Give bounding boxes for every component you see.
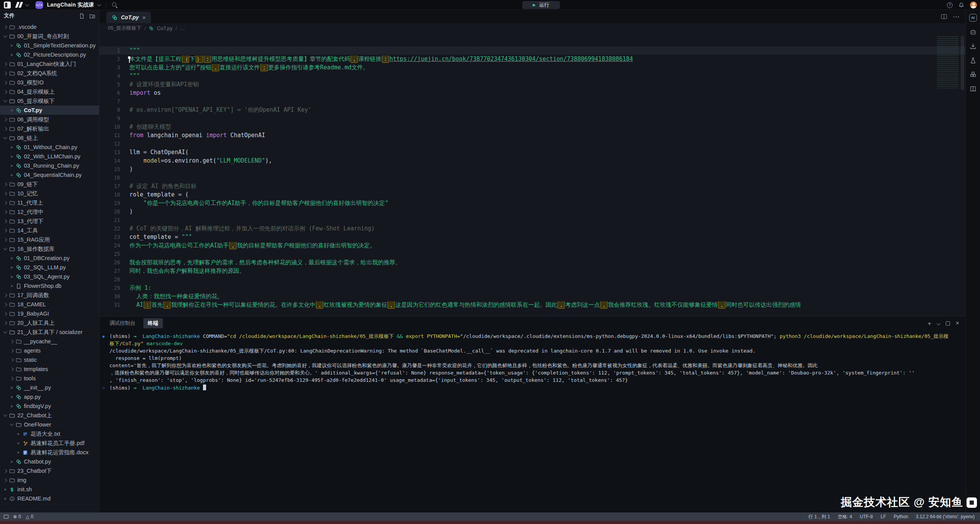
tree-item[interactable]: 03_Running_Chain.py — [0, 161, 99, 170]
breadcrumb-file[interactable]: CoT.py — [157, 25, 172, 31]
project-badge-icon[interactable]: </> — [35, 1, 43, 9]
tab-terminal[interactable]: 终端 — [143, 318, 163, 328]
tree-item[interactable]: Chatbot.py — [0, 457, 99, 466]
tree-item[interactable]: 易速鲜花员工手册.pdf — [0, 438, 99, 448]
new-terminal-icon[interactable]: + — [928, 320, 931, 327]
remote-icon[interactable] — [4, 515, 8, 519]
close-panel-icon[interactable]: × — [956, 320, 959, 326]
tree-item[interactable]: templates — [0, 364, 99, 374]
status-item[interactable]: Python — [894, 514, 908, 519]
notifications-icon[interactable] — [958, 2, 964, 8]
tree-item[interactable]: findbigV.py — [0, 401, 99, 411]
tree-item[interactable]: 02_文档QA系统 — [0, 69, 99, 78]
ai-assistant-icon[interactable]: AI — [969, 14, 977, 22]
avatar[interactable] — [970, 2, 977, 8]
robot-icon[interactable] — [969, 28, 977, 36]
tree-item[interactable]: 易速鲜花运营指南.docx — [0, 448, 99, 457]
tree-item[interactable]: 05_提示模板下 — [0, 96, 99, 106]
tree-item[interactable]: 11_代理上 — [0, 198, 99, 207]
more-actions-icon[interactable]: ··· — [953, 13, 960, 20]
breadcrumb-folder[interactable]: 05_提示模板下 — [108, 25, 141, 32]
tree-item[interactable]: CoT.py — [0, 106, 99, 115]
tree-item[interactable]: app.py — [0, 392, 99, 401]
tree-item[interactable]: __pycache__ — [0, 337, 99, 346]
tree-item[interactable]: OneFlower — [0, 420, 99, 429]
tree-item[interactable]: __init__.py — [0, 383, 99, 392]
status-item[interactable]: UTF-8 — [860, 514, 873, 519]
tree-item[interactable]: FlowerShop.db — [0, 281, 99, 291]
docs-icon[interactable] — [969, 85, 977, 93]
project-title[interactable]: LangChain 实战课 — [47, 2, 94, 8]
code-editor[interactable]: 1"""2本文件是【提示工程（下）：用思维链和思维树提升模型思考质量】章节的配套… — [99, 33, 965, 316]
close-icon[interactable]: × — [142, 15, 146, 20]
status-item[interactable]: LF — [881, 514, 886, 519]
tree-item[interactable]: 18_CAMEL — [0, 300, 99, 309]
tab-cot-py[interactable]: CoT.py × — [106, 12, 151, 23]
tree-item[interactable]: 花语大全.txt — [0, 429, 99, 438]
extensions-icon[interactable] — [969, 71, 977, 79]
tree-item[interactable]: 02_PictureDescription.py — [0, 50, 99, 59]
tree-item[interactable]: tools — [0, 374, 99, 383]
line-number: 29 — [99, 285, 120, 291]
flask-icon[interactable] — [969, 57, 977, 64]
line-number: 20 — [99, 208, 120, 215]
tree-item[interactable]: README.md — [0, 494, 99, 503]
tree-item[interactable]: 16_操作数据库 — [0, 244, 99, 254]
breadcrumb[interactable]: 05_提示模板下 / CoT.py / … — [99, 23, 965, 33]
file-tree[interactable]: .vscode00_开篇词_奇点时刻01_SimpleTextGeneratio… — [0, 22, 99, 512]
tab-debug-console[interactable]: 调试控制台 — [105, 318, 140, 328]
tree-item[interactable]: 12_代理中 — [0, 207, 99, 217]
tree-item[interactable]: 08_链上 — [0, 133, 99, 143]
tree-item[interactable]: 00_开篇词_奇点时刻 — [0, 32, 99, 41]
maximize-panel-icon[interactable] — [946, 321, 950, 326]
split-editor-icon[interactable] — [941, 14, 947, 19]
tree-item[interactable]: 01_DBCreation.py — [0, 254, 99, 263]
install-icon[interactable] — [969, 42, 977, 50]
tree-item[interactable]: img — [0, 475, 99, 485]
sidebar-toggle-icon[interactable] — [4, 2, 11, 8]
tree-item[interactable]: 03_SQL_Agent.py — [0, 272, 99, 281]
run-button[interactable]: ▶ 运行 — [522, 1, 560, 9]
status-item[interactable]: 行 1，列 1 — [809, 514, 830, 520]
tree-item[interactable]: 02_SQL_LLM.py — [0, 263, 99, 272]
tree-item[interactable]: 01_SimpleTextGeneration.py — [0, 41, 99, 50]
terminal-dropdown-icon[interactable] — [936, 321, 940, 325]
tree-item[interactable]: 06_调用模型 — [0, 115, 99, 124]
tree-item[interactable]: 04_SequentialChain.py — [0, 170, 99, 180]
breadcrumb-symbol[interactable]: … — [180, 25, 185, 31]
tree-item[interactable]: 21_人脉工具下 / socializer — [0, 328, 99, 337]
tree-item[interactable]: .vscode — [0, 22, 99, 32]
tree-item[interactable]: $init.sh — [0, 485, 99, 494]
new-file-icon[interactable] — [79, 13, 85, 19]
tree-item[interactable]: 22_Chatbot上 — [0, 411, 99, 420]
warnings-indicator[interactable]: △ 0 — [26, 514, 34, 519]
chevron-down-icon[interactable] — [25, 2, 29, 6]
tree-item[interactable]: 07_解析输出 — [0, 124, 99, 133]
errors-indicator[interactable]: ⊗ 0 — [13, 514, 21, 519]
tree-item[interactable]: 09_链下 — [0, 180, 99, 189]
tree-item[interactable]: 14_工具 — [0, 226, 99, 235]
tree-item[interactable]: 01_LangChain快速入门 — [0, 59, 99, 69]
tree-item[interactable]: static — [0, 355, 99, 364]
tree-item[interactable]: 03_模型IO — [0, 78, 99, 87]
tree-item[interactable]: 23_Chatbot下 — [0, 466, 99, 475]
status-item[interactable]: 空格: 4 — [838, 514, 852, 520]
search-icon[interactable] — [112, 2, 118, 8]
tree-item[interactable]: 17_回调函数 — [0, 291, 99, 300]
tree-item[interactable]: 02_With_LLMChain.py — [0, 152, 99, 161]
marscode-logo-icon[interactable] — [16, 2, 22, 8]
help-icon[interactable]: ? — [947, 2, 953, 8]
tree-item-label: 15_RAG应用 — [17, 236, 50, 244]
tree-item[interactable]: 10_记忆 — [0, 189, 99, 198]
terminal[interactable]: ●(shims) → LangChain-shizhanke COMMAND="… — [99, 330, 965, 512]
tree-item[interactable]: 20_人脉工具上 — [0, 318, 99, 328]
tree-item[interactable]: 15_RAG应用 — [0, 235, 99, 244]
tree-item[interactable]: agents — [0, 346, 99, 355]
tree-item[interactable]: 04_提示模板上 — [0, 87, 99, 96]
tree-item[interactable]: 01_Without_Chain.py — [0, 143, 99, 152]
new-folder-icon[interactable] — [89, 13, 95, 19]
tree-item[interactable]: 19_BabyAGI — [0, 309, 99, 318]
tree-item[interactable]: 13_代理下 — [0, 217, 99, 226]
status-item[interactable]: 3.12.2 64-bit ('shims': pyenv) — [916, 514, 975, 519]
chevron-down-icon[interactable] — [97, 2, 101, 6]
